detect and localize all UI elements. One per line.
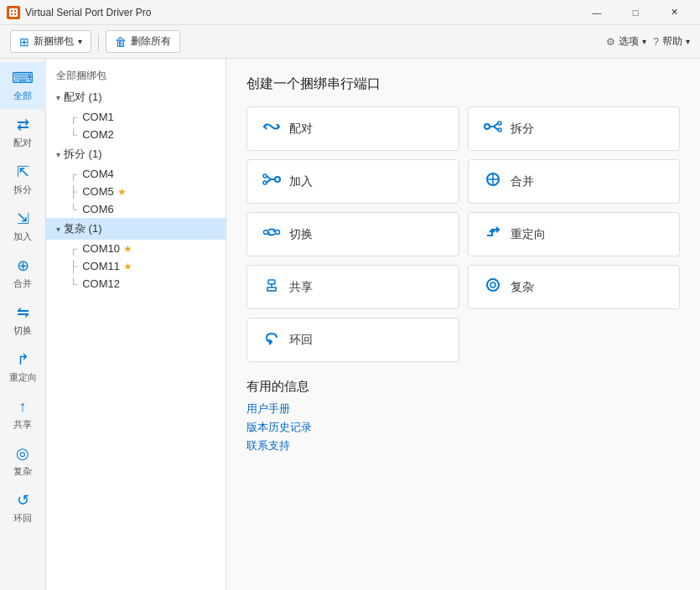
join-create-button[interactable]: 加入 [246,159,459,204]
com4-label: COM4 [82,168,114,180]
com10-item[interactable]: ┌ COM10 ★ [46,240,226,257]
com12-item[interactable]: └ COM12 [46,275,226,292]
split-create-button[interactable]: 拆分 [468,106,681,151]
svg-point-5 [485,124,490,129]
options-button[interactable]: ⚙ 选项 ▾ [606,34,646,49]
nav-join[interactable]: ⇲ 加入 [0,203,46,250]
switch-create-button[interactable]: 切换 [246,212,459,256]
minimize-button[interactable]: — [578,0,616,25]
nav-split[interactable]: ⇱ 拆分 [0,156,46,203]
merge-create-label: 合并 [511,174,534,189]
svg-point-27 [487,279,499,291]
user-manual-link[interactable]: 用户手册 [246,401,680,417]
join-icon: ⇲ [17,210,29,228]
com2-item[interactable]: └ COM2 [46,126,226,143]
contact-support-link[interactable]: 联系支持 [246,438,680,453]
share-create-button[interactable]: 共享 [246,265,459,309]
split-group[interactable]: ▾ 拆分 (1) [46,143,226,165]
main-layout: ⌨ 全部 ⇄ 配对 ⇱ 拆分 ⇲ 加入 ⊕ 合并 ⇋ 切换 ↱ 重定向 ↑ 共享 [0,59,700,590]
nav-pair[interactable]: ⇄ 配对 [0,109,46,156]
complex-chevron: ▾ [56,225,60,234]
svg-rect-22 [268,280,275,284]
join-create-label: 加入 [289,174,313,189]
new-bundle-button[interactable]: ⊞ 新捆绑包 ▾ [10,30,91,53]
com10-label: COM10 [82,242,120,255]
com5-star: ★ [117,186,127,198]
com1-item[interactable]: ┌ COM1 [46,108,226,126]
pair-create-button[interactable]: 配对 [246,106,459,151]
share-icon: ↑ [19,398,27,416]
svg-point-16 [275,177,280,182]
com6-connector: └ [70,203,77,215]
switch-create-icon [262,225,281,244]
svg-point-20 [264,230,268,235]
pair-group[interactable]: ▾ 配对 (1) [46,86,226,108]
com4-item[interactable]: ┌ COM4 [46,165,226,183]
split-create-icon [484,119,502,138]
com2-label: COM2 [82,128,114,141]
split-chevron: ▾ [56,150,60,159]
help-label: 帮助 [662,34,682,49]
new-bundle-label: 新捆绑包 [34,34,74,49]
com5-item[interactable]: ├ COM5 ★ [46,183,226,200]
svg-point-21 [276,230,280,235]
redirect-create-label: 重定向 [511,227,546,242]
titlebar: Virtual Serial Port Driver Pro — □ ✕ [0,0,700,25]
new-bundle-arrow: ▾ [78,37,82,46]
com12-connector: └ [70,277,77,290]
toolbar-right: ⚙ 选项 ▾ ? 帮助 ▾ [606,34,690,49]
pair-group-label: 配对 (1) [64,90,102,105]
svg-line-8 [494,127,498,130]
version-history-link[interactable]: 版本历史记录 [246,420,680,435]
nav-merge[interactable]: ⊕ 合并 [0,250,46,297]
loop-create-button[interactable]: 环回 [246,318,459,362]
nav-all[interactable]: ⌨ 全部 [0,62,46,109]
redirect-icon: ↱ [17,350,29,369]
com11-label: COM11 [82,260,120,272]
help-arrow: ▾ [686,37,690,46]
com12-label: COM12 [82,277,120,290]
switch-icon: ⇋ [17,303,29,322]
maximize-button[interactable]: □ [616,0,655,25]
com2-connector: └ [70,128,77,141]
nav-complex-label: 复杂 [13,465,32,478]
svg-rect-3 [11,13,13,15]
help-button[interactable]: ? 帮助 ▾ [653,34,690,49]
redirect-create-button[interactable]: 重定向 [468,212,681,256]
svg-point-12 [263,181,267,184]
toolbar: ⊞ 新捆绑包 ▾ 🗑 删除所有 ⚙ 选项 ▾ ? 帮助 ▾ [0,25,700,59]
nav-split-label: 拆分 [13,184,32,196]
titlebar-left: Virtual Serial Port Driver Pro [7,6,152,19]
complex-create-button[interactable]: 复杂 [468,265,681,309]
close-button[interactable]: ✕ [655,0,693,25]
com6-item[interactable]: └ COM6 [46,200,226,218]
delete-all-button[interactable]: 🗑 删除所有 [106,30,180,53]
nav-loop[interactable]: ↺ 环回 [0,484,46,531]
loop-create-label: 环回 [289,333,313,348]
merge-create-button[interactable]: 合并 [468,159,681,204]
nav-switch-label: 切换 [13,324,32,337]
complex-group[interactable]: ▾ 复杂 (1) [46,218,226,240]
complex-icon: ◎ [16,444,29,463]
com11-item[interactable]: ├ COM11 ★ [46,257,226,275]
info-section: 有用的信息 用户手册 版本历史记录 联系支持 [246,379,680,453]
pair-icon: ⇄ [17,116,29,134]
loop-icon: ↺ [17,491,29,510]
nav-share[interactable]: ↑ 共享 [0,391,46,437]
svg-line-14 [267,179,271,183]
svg-point-11 [263,174,267,178]
nav-switch[interactable]: ⇋ 切换 [0,297,46,344]
toolbar-separator [98,34,99,50]
info-title: 有用的信息 [246,379,680,395]
svg-point-9 [498,122,501,125]
nav-complex[interactable]: ◎ 复杂 [0,437,46,484]
complex-create-icon [484,277,502,297]
svg-rect-2 [14,10,16,12]
nav-redirect[interactable]: ↱ 重定向 [0,344,46,391]
nav-redirect-label: 重定向 [9,371,37,384]
join-create-icon [262,172,281,191]
com1-label: COM1 [82,111,114,123]
all-icon: ⌨ [12,69,34,87]
com4-connector: ┌ [70,168,77,180]
svg-rect-0 [9,8,18,17]
